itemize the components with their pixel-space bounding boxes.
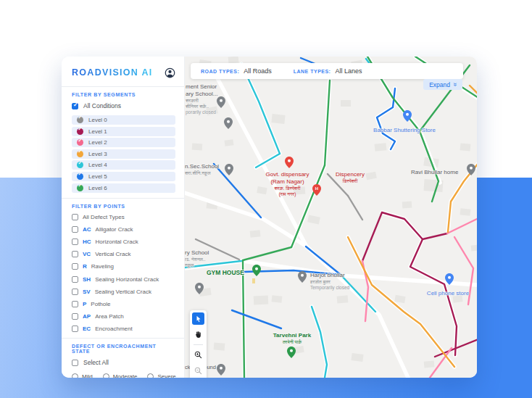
map-pin-sec-school[interactable] bbox=[225, 164, 233, 175]
defect-row-sv[interactable]: SV Sealing Vertical Crack bbox=[72, 289, 175, 295]
all-conditions-row[interactable]: All Conditions bbox=[72, 102, 175, 109]
hand-icon bbox=[194, 331, 202, 339]
map-filter-toolbar: ROAD TYPES: All Roads LANE TYPES: All La… bbox=[191, 63, 463, 79]
map-pin-gym[interactable] bbox=[252, 265, 261, 276]
map-pin-park[interactable] bbox=[287, 347, 296, 358]
sidebar-divider bbox=[62, 198, 184, 199]
defect-row-r[interactable]: R Raveling bbox=[72, 263, 175, 270]
cursor-icon bbox=[195, 315, 202, 323]
poi-label-tarvehni-park[interactable]: Tarvehni Park तरवेनी पार्क bbox=[263, 332, 321, 345]
zoom-out-button[interactable] bbox=[192, 365, 204, 377]
level-row-3[interactable]: Level 3 bbox=[72, 149, 175, 159]
moderate-radio-button[interactable] bbox=[103, 373, 109, 378]
poi-label-ry-school[interactable]: ry School rs. नेशनल.. स्कूल bbox=[185, 249, 221, 268]
defect-r-checkbox[interactable] bbox=[72, 263, 78, 270]
defect-ap-checkbox[interactable] bbox=[72, 313, 78, 320]
defect-sv-checkbox[interactable] bbox=[72, 289, 78, 295]
defect-hc-checkbox[interactable] bbox=[72, 239, 78, 245]
map-pin-generic[interactable] bbox=[224, 117, 233, 129]
road-segment[interactable] bbox=[232, 310, 281, 328]
defect-all-checkbox[interactable] bbox=[72, 214, 78, 220]
defect-row-ap[interactable]: AP Area Patch bbox=[72, 313, 175, 320]
road-types-value[interactable]: All Roads bbox=[244, 67, 272, 75]
defect-row-vc[interactable]: VC Vertical Crack bbox=[72, 251, 175, 257]
defect-sh-checkbox[interactable] bbox=[72, 276, 78, 283]
poi-label-cell-store[interactable]: Cell phone store bbox=[423, 290, 473, 297]
select-tool-button[interactable] bbox=[192, 312, 204, 325]
poi-label-gym-house[interactable]: GYM HOUSE bbox=[207, 269, 244, 277]
level-3-check-icon bbox=[77, 151, 83, 157]
map-pin-hospital-h[interactable]: H bbox=[312, 184, 321, 196]
lane-types-value[interactable]: All Lanes bbox=[335, 67, 362, 75]
level-row-1[interactable]: Level 1 bbox=[72, 127, 175, 136]
level-4-check-icon bbox=[77, 162, 83, 168]
map-pin-dispensary[interactable] bbox=[285, 157, 294, 168]
map-viewport[interactable]: H ment Senior ary School... सरकारी सीनिय… bbox=[185, 57, 477, 378]
level-row-5[interactable]: Level 5 bbox=[72, 172, 175, 181]
defect-row-all[interactable]: All Defect Types bbox=[72, 214, 175, 220]
road-segment[interactable] bbox=[362, 212, 382, 261]
all-conditions-label: All Conditions bbox=[83, 102, 121, 109]
poi-label-dispencery[interactable]: Dispencery डिस्पेंसरी bbox=[324, 171, 376, 184]
defect-row-sh[interactable]: SH Sealing Horizontal Crack bbox=[72, 276, 175, 283]
all-conditions-checkbox[interactable] bbox=[72, 103, 78, 109]
account-icon[interactable] bbox=[165, 67, 175, 78]
road-segment[interactable] bbox=[348, 196, 362, 220]
zoom-in-icon bbox=[194, 351, 202, 359]
defect-ac-checkbox[interactable] bbox=[72, 226, 78, 233]
map-pin-cell-store[interactable] bbox=[445, 273, 454, 285]
level-5-check-icon bbox=[77, 173, 83, 180]
defect-row-p[interactable]: P Pothole bbox=[72, 301, 175, 307]
road-types-label: ROAD TYPES: bbox=[201, 69, 239, 74]
defect-ec-checkbox[interactable] bbox=[72, 326, 78, 332]
level-row-6[interactable]: Level 6 bbox=[72, 183, 175, 193]
poi-label-babbar-store[interactable]: Babbar Shuttering Store bbox=[365, 127, 444, 134]
poi-label-ravi-home[interactable]: Ravi Bhullar home bbox=[411, 169, 466, 176]
road-segment[interactable] bbox=[243, 247, 291, 260]
map-pin-babbar-store[interactable] bbox=[403, 110, 412, 122]
level-2-check-icon bbox=[77, 139, 83, 146]
app-logo: ROADVISION AI bbox=[72, 67, 153, 78]
defect-vc-checkbox[interactable] bbox=[72, 251, 78, 257]
map-pin-ravi-home[interactable] bbox=[467, 164, 475, 175]
defect-row-ac[interactable]: AC Alligator Crack bbox=[72, 226, 175, 233]
sidebar-divider bbox=[62, 338, 184, 339]
radio-severe[interactable]: Severe bbox=[147, 373, 175, 378]
poi-label-sec-school[interactable]: n.Sec.School सरा.सीनि.स्कूल bbox=[185, 163, 225, 176]
select-all-label: Select All bbox=[83, 359, 109, 366]
poi-label-harjot[interactable]: Harjot bhullar हरजोत ब्रुलर Temporarily … bbox=[310, 272, 362, 291]
pan-tool-button[interactable] bbox=[192, 328, 204, 341]
level-row-2[interactable]: Level 2 bbox=[72, 138, 175, 147]
svg-text:H: H bbox=[315, 186, 318, 191]
radio-mild[interactable]: Mild bbox=[72, 373, 93, 378]
road-segment[interactable] bbox=[447, 218, 477, 233]
map-pin-school[interactable] bbox=[217, 96, 225, 108]
defect-row-hc[interactable]: HC Horizontal Crack bbox=[72, 239, 175, 245]
sidebar: ROADVISION AI FILTER BY SEGMENTS All Con… bbox=[62, 57, 185, 378]
level-row-0[interactable]: Level 0 bbox=[72, 115, 175, 125]
severe-radio-button[interactable] bbox=[147, 373, 154, 378]
defect-p-checkbox[interactable] bbox=[72, 301, 78, 307]
map-pin-generic[interactable] bbox=[217, 364, 225, 376]
zoom-out-icon bbox=[194, 367, 202, 375]
severity-radio-group: Mild Moderate Severe bbox=[72, 373, 175, 378]
select-all-checkbox[interactable] bbox=[72, 360, 78, 366]
radio-moderate[interactable]: Moderate bbox=[103, 373, 138, 378]
level-6-check-icon bbox=[77, 185, 83, 191]
expand-chevron-icon: » bbox=[452, 83, 458, 86]
zoom-in-button[interactable] bbox=[192, 349, 204, 361]
map-tool-controls bbox=[190, 310, 207, 378]
level-row-4[interactable]: Level 4 bbox=[72, 160, 175, 170]
map-pin-harjot[interactable] bbox=[298, 271, 307, 283]
select-all-row[interactable]: Select All bbox=[72, 359, 175, 366]
mild-radio-button[interactable] bbox=[72, 373, 78, 378]
defect-row-ec[interactable]: EC Encroachment bbox=[72, 326, 175, 332]
road-segment[interactable] bbox=[423, 233, 447, 239]
level-1-check-icon bbox=[77, 128, 83, 135]
expand-button[interactable]: Expand » bbox=[423, 79, 462, 90]
filter-by-points-title: FILTER BY POINTS bbox=[72, 204, 175, 209]
controls-divider bbox=[194, 344, 203, 345]
defect-state-title: DEFECT OR ENCROACHMENT STATE bbox=[72, 344, 175, 354]
map-pin-generic[interactable] bbox=[195, 283, 204, 294]
page: ROADVISION AI FILTER BY SEGMENTS All Con… bbox=[0, 0, 532, 398]
